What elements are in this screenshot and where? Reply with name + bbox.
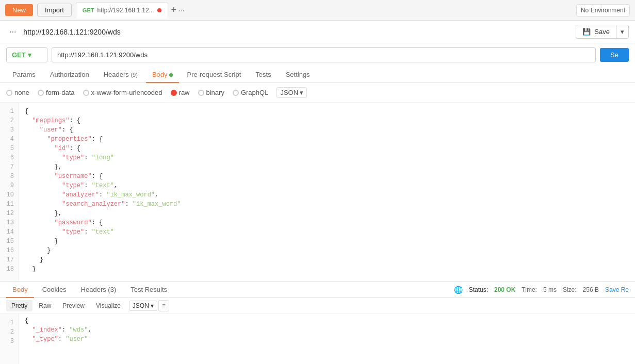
method-url-row: GET ▾ Se — [0, 43, 635, 67]
tab-more-button[interactable]: ··· — [178, 6, 185, 14]
response-tab-cookies[interactable]: Cookies — [36, 282, 73, 297]
save-button-group: 💾 Save ▾ — [576, 25, 629, 39]
active-request-tab[interactable]: GET http://192.168.1.12... — [76, 2, 168, 19]
new-button[interactable]: New — [5, 4, 33, 16]
line-numbers: 12345 678910 1112131415 161718 — [0, 103, 19, 281]
request-panel: GET ▾ Se Params Authorization Headers (9… — [0, 43, 635, 282]
tab-modified-dot — [157, 8, 161, 12]
body-active-dot — [169, 73, 173, 77]
size-label: Size: — [563, 286, 577, 293]
resp-json-label: JSON — [133, 302, 149, 309]
request-tabs-bar: GET http://192.168.1.12... + ··· — [76, 2, 572, 19]
tab-tests[interactable]: Tests — [249, 67, 277, 82]
content-area: ··· http://192.168.1.121:9200/wds 💾 Save… — [0, 21, 635, 364]
form-data-radio — [38, 90, 44, 96]
environment-selector[interactable]: No Environment — [576, 4, 630, 16]
request-code-content: { "mappings": { "user": { "properties": … — [19, 103, 635, 281]
body-type-raw[interactable]: raw — [171, 89, 190, 96]
resp-format-visualize[interactable]: Visualize — [91, 300, 126, 311]
method-value: GET — [12, 51, 26, 59]
import-button[interactable]: Import — [37, 4, 72, 16]
graphql-label: GraphQL — [241, 89, 268, 96]
tab-method-label: GET — [83, 7, 94, 13]
response-tab-body[interactable]: Body — [6, 282, 34, 297]
method-select[interactable]: GET ▾ — [6, 47, 47, 62]
tab-settings[interactable]: Settings — [280, 67, 316, 82]
send-button[interactable]: Se — [600, 48, 629, 62]
time-value: 5 ms — [543, 286, 557, 293]
raw-radio — [171, 90, 177, 96]
body-type-row: none form-data x-www-form-urlencoded raw… — [0, 83, 635, 103]
save-dropdown-button[interactable]: ▾ — [616, 25, 628, 38]
response-line-numbers: 123 — [0, 314, 19, 364]
headers-badge: (9) — [131, 72, 137, 78]
resp-json-select[interactable]: JSON ▾ — [129, 301, 157, 311]
tab-url-text: http://192.168.1.12... — [97, 7, 154, 14]
tab-params[interactable]: Params — [6, 67, 42, 82]
save-response-button[interactable]: Save Re — [605, 286, 629, 293]
status-value: 200 OK — [494, 286, 515, 293]
tab-headers[interactable]: Headers (9) — [97, 67, 144, 82]
save-icon: 💾 — [582, 28, 591, 36]
form-data-label: form-data — [46, 89, 75, 96]
response-body-tabs: Pretty Raw Preview Visualize JSON ▾ ≡ — [0, 298, 635, 314]
size-value: 256 B — [583, 286, 599, 293]
response-tab-test-results[interactable]: Test Results — [124, 282, 173, 297]
response-code-area: 123 { "_index": "wds", "_type": "user" — [0, 314, 635, 364]
resp-format-raw[interactable]: Raw — [34, 300, 56, 311]
save-label: Save — [594, 28, 610, 36]
response-code-content: { "_index": "wds", "_type": "user" — [19, 314, 635, 364]
request-code-editor[interactable]: 12345 678910 1112131415 161718 { "mappin… — [0, 103, 635, 282]
resp-filter-button[interactable]: ≡ — [158, 300, 169, 311]
resp-format-pretty[interactable]: Pretty — [6, 300, 32, 311]
raw-label: raw — [179, 89, 190, 96]
time-label: Time: — [522, 286, 537, 293]
method-chevron-icon: ▾ — [28, 51, 31, 59]
globe-icon: 🌐 — [454, 286, 463, 294]
body-type-urlencoded[interactable]: x-www-form-urlencoded — [83, 89, 162, 96]
json-chevron-icon: ▾ — [300, 89, 303, 96]
request-tabs-row: Params Authorization Headers (9) Body Pr… — [0, 67, 635, 83]
status-label: Status: — [469, 286, 488, 293]
none-label: none — [14, 89, 29, 96]
top-bar: New Import GET http://192.168.1.12... + … — [0, 0, 635, 21]
response-status-bar: 🌐 Status: 200 OK Time: 5 ms Size: 256 B … — [454, 286, 629, 294]
add-tab-button[interactable]: + — [169, 5, 179, 15]
body-type-graphql[interactable]: GraphQL — [233, 89, 268, 96]
address-url-display: http://192.168.1.121:9200/wds — [23, 28, 571, 36]
resp-json-chevron-icon: ▾ — [151, 302, 154, 309]
body-type-binary[interactable]: binary — [198, 89, 224, 96]
tab-body[interactable]: Body — [146, 67, 179, 82]
binary-radio — [198, 90, 204, 96]
response-header-row: Body Cookies Headers (3) Test Results 🌐 … — [0, 282, 635, 298]
body-type-none[interactable]: none — [6, 89, 29, 96]
url-input[interactable] — [52, 47, 596, 62]
urlencoded-radio — [83, 90, 89, 96]
graphql-radio — [233, 90, 239, 96]
save-main-button[interactable]: 💾 Save — [576, 25, 616, 38]
json-format-select[interactable]: JSON ▾ — [276, 87, 307, 98]
tab-prerequest[interactable]: Pre-request Script — [181, 67, 248, 82]
none-radio — [6, 90, 12, 96]
response-tab-headers[interactable]: Headers (3) — [75, 282, 123, 297]
address-bar-row: ··· http://192.168.1.121:9200/wds 💾 Save… — [0, 21, 635, 43]
tab-authorization[interactable]: Authorization — [44, 67, 95, 82]
address-more-button[interactable]: ··· — [6, 27, 19, 37]
body-type-form-data[interactable]: form-data — [38, 89, 75, 96]
urlencoded-label: x-www-form-urlencoded — [91, 89, 162, 96]
binary-label: binary — [206, 89, 224, 96]
json-format-label: JSON — [280, 89, 298, 96]
resp-format-preview[interactable]: Preview — [57, 300, 90, 311]
response-area: Body Cookies Headers (3) Test Results 🌐 … — [0, 282, 635, 364]
